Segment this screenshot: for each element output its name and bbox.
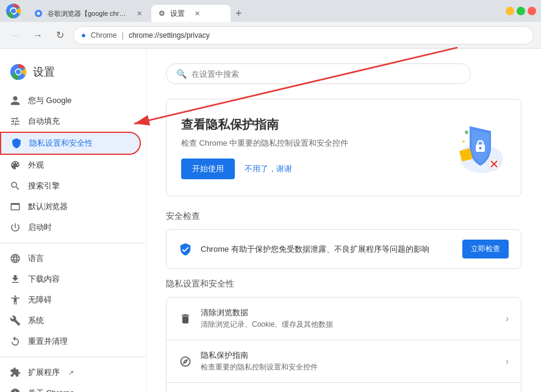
sidebar-item-reset[interactable]: 重置并清理: [0, 331, 141, 352]
start-button[interactable]: 开始使用: [181, 159, 235, 179]
sidebar-title: 设置: [33, 65, 55, 79]
close-button[interactable]: [528, 7, 536, 15]
url-site: Chrome: [91, 31, 117, 40]
main-area: 设置 您与 Google 自动填充 隐私设置和安全性: [0, 49, 541, 392]
palette-icon: [10, 160, 21, 171]
browser-frame: 谷歌浏览器【google chrome】 ✕ ⚙ 设置 ✕ + ← → ↻ ● …: [0, 0, 541, 392]
sidebar-label-privacy: 隐私设置和安全性: [29, 138, 93, 149]
sidebar-divider-2: [0, 357, 146, 357]
sidebar-item-autofill[interactable]: 自动填充: [0, 111, 141, 132]
search-bar[interactable]: 🔍: [166, 63, 471, 84]
new-tab-button[interactable]: +: [231, 5, 247, 22]
check-now-button[interactable]: 立即检查: [462, 240, 509, 258]
skip-button[interactable]: 不用了，谢谢: [242, 159, 295, 179]
privacy-section-title: 隐私设置和安全性: [166, 279, 521, 290]
svg-point-4: [37, 12, 40, 15]
address-bar: ← → ↻ ● Chrome | chrome://settings/priva…: [0, 22, 541, 49]
info-icon: [10, 388, 21, 392]
sidebar-label-about: 关于 Chrome: [28, 388, 74, 392]
safety-check-card: Chrome 有助于保护您免受数据泄露、不良扩展程序等问题的影响 立即检查: [166, 229, 521, 269]
sidebar-item-privacy[interactable]: 隐私设置和安全性: [0, 132, 141, 155]
svg-point-14: [479, 147, 482, 149]
sidebar-label-google: 您与 Google: [28, 95, 72, 106]
content-inner: 🔍 查看隐私保护指南 检查 Chrome 中重要的隐私控制设置和安全控件 开始使…: [146, 49, 541, 392]
power-icon: [10, 222, 21, 233]
key-icon: [10, 116, 21, 127]
browser-icon: [10, 201, 21, 212]
compass-icon: [179, 355, 192, 368]
tab-settings[interactable]: ⚙ 设置 ✕: [151, 5, 231, 22]
banner-buttons: 开始使用 不用了，谢谢: [181, 159, 411, 179]
person-icon: [10, 95, 21, 106]
safety-check-title: Chrome 有助于保护您免受数据泄露、不良扩展程序等问题的影响: [201, 244, 454, 255]
tab-google-chrome[interactable]: 谷歌浏览器【google chrome】 ✕: [27, 5, 151, 22]
sidebar-divider: [0, 243, 146, 243]
safety-section-title: 安全检查: [166, 211, 521, 222]
puzzle-icon: [10, 367, 21, 378]
back-button[interactable]: ←: [7, 27, 24, 44]
tab-bar: 谷歌浏览器【google chrome】 ✕ ⚙ 设置 ✕ +: [27, 0, 501, 22]
tab1-icon: [34, 9, 43, 18]
trash-icon: [179, 312, 192, 326]
clear-browsing-text: 清除浏览数据 清除浏览记录、Cookie、缓存及其他数据: [201, 307, 497, 330]
tab2-close[interactable]: ✕: [192, 9, 202, 18]
sidebar-item-google[interactable]: 您与 Google: [0, 90, 141, 111]
svg-point-9: [16, 69, 21, 74]
sidebar-item-downloads[interactable]: 下载内容: [0, 269, 141, 290]
cookies-item[interactable]: Cookie 及其他网站数据 已允许某些网站不受第三方限制 ›: [167, 382, 521, 392]
tab1-close[interactable]: ✕: [134, 9, 144, 18]
reload-button[interactable]: ↻: [51, 27, 68, 44]
sidebar-item-language[interactable]: 语言: [0, 248, 141, 269]
privacy-guide-item[interactable]: 隐私保护指南 检查重要的隐私控制设置和安全控件 ›: [167, 340, 521, 382]
chrome-logo: [10, 63, 27, 80]
forward-button[interactable]: →: [29, 27, 46, 44]
external-link-icon: ↗: [68, 369, 74, 377]
sidebar-label-system: 系统: [28, 315, 44, 326]
sidebar-item-extensions[interactable]: 扩展程序 ↗: [0, 362, 141, 383]
url-bar[interactable]: ● Chrome | chrome://settings/privacy: [73, 26, 534, 45]
safety-check-text: Chrome 有助于保护您免受数据泄露、不良扩展程序等问题的影响: [201, 244, 454, 255]
tab2-icon: ⚙: [159, 9, 165, 18]
privacy-settings-card: 清除浏览数据 清除浏览记录、Cookie、缓存及其他数据 › 隐私保护指南 检查…: [166, 297, 521, 392]
sidebar-label-autofill: 自动填充: [28, 116, 60, 127]
safety-check-item: Chrome 有助于保护您免受数据泄露、不良扩展程序等问题的影响 立即检查: [167, 230, 521, 268]
lock-icon: ●: [81, 30, 86, 40]
privacy-guide-text: 隐私保护指南 检查重要的隐私控制设置和安全控件: [201, 350, 497, 372]
minimize-button[interactable]: [506, 7, 514, 15]
sidebar-label-downloads: 下载内容: [28, 274, 60, 285]
window-controls-buttons: [506, 7, 536, 15]
banner-image: [421, 114, 506, 181]
maximize-button[interactable]: [517, 7, 525, 15]
shield-svg: [421, 114, 506, 181]
search-icon: 🔍: [176, 69, 187, 79]
sidebar-item-about[interactable]: 关于 Chrome: [0, 383, 141, 392]
sidebar-item-startup[interactable]: 启动时: [0, 217, 141, 238]
clear-browsing-item[interactable]: 清除浏览数据 清除浏览记录、Cookie、缓存及其他数据 ›: [167, 298, 521, 340]
sidebar-header: 设置: [0, 59, 146, 90]
sidebar-label-accessibility: 无障碍: [28, 294, 52, 305]
window-controls: [5, 2, 22, 20]
sidebar-item-appearance[interactable]: 外观: [0, 155, 141, 176]
sidebar-label-reset: 重置并清理: [28, 336, 68, 347]
sidebar-item-search[interactable]: 搜索引擎: [0, 176, 141, 196]
safety-check-icon: [179, 243, 192, 256]
svg-point-2: [11, 9, 16, 13]
privacy-guide-banner: 查看隐私保护指南 检查 Chrome 中重要的隐私控制设置和安全控件 开始使用 …: [166, 99, 521, 196]
sidebar-label-extensions: 扩展程序: [28, 367, 60, 378]
banner-title: 查看隐私保护指南: [181, 116, 411, 133]
chevron-right-1: ›: [506, 313, 509, 324]
sidebar-label-appearance: 外观: [28, 160, 44, 171]
chrome-logo-small: [5, 2, 22, 20]
search-input[interactable]: [192, 69, 460, 79]
shield-icon: [11, 138, 22, 149]
tab2-label: 设置: [170, 9, 185, 19]
chevron-right-2: ›: [506, 356, 509, 367]
sidebar-item-system[interactable]: 系统: [0, 310, 141, 331]
url-divider: |: [122, 30, 124, 40]
sidebar-label-search: 搜索引擎: [28, 180, 60, 191]
url-path: chrome://settings/privacy: [129, 31, 210, 40]
banner-content: 查看隐私保护指南 检查 Chrome 中重要的隐私控制设置和安全控件 开始使用 …: [181, 116, 411, 179]
sidebar-item-accessibility[interactable]: 无障碍: [0, 290, 141, 310]
clear-browsing-desc: 清除浏览记录、Cookie、缓存及其他数据: [201, 319, 497, 330]
sidebar-item-browser[interactable]: 默认浏览器: [0, 196, 141, 217]
